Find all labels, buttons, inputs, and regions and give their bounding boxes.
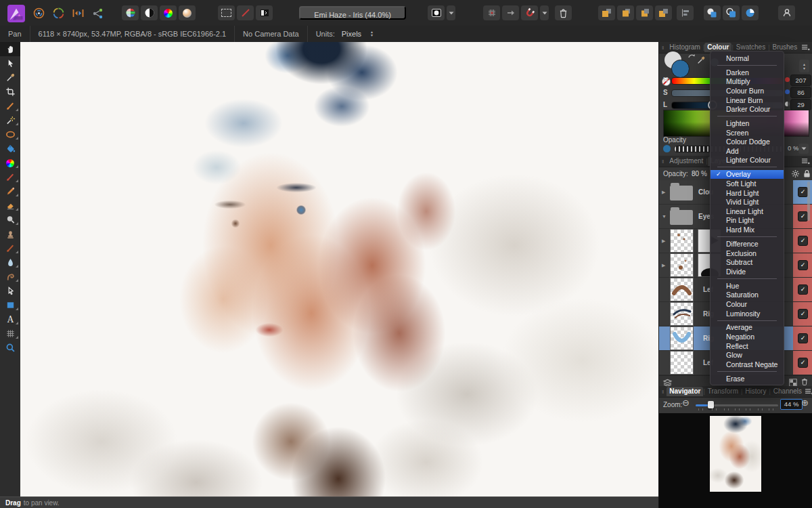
blur-tool[interactable]: [0, 255, 20, 270]
node-tool[interactable]: [0, 284, 20, 298]
move-backward-icon[interactable]: [636, 5, 653, 20]
tab-channels[interactable]: Channels: [771, 387, 805, 396]
flood-fill-tool[interactable]: [0, 142, 20, 156]
burn-brush-tool[interactable]: [0, 241, 20, 255]
tab-adjustment[interactable]: Adjustment: [667, 156, 706, 166]
blend-mode-add[interactable]: Add: [710, 146, 784, 156]
panel-menu-icon[interactable]: [801, 44, 810, 51]
blend-mode-average[interactable]: Average: [710, 323, 784, 333]
layer-visibility-checkbox[interactable]: ✓: [798, 187, 808, 197]
share-icon[interactable]: [89, 5, 106, 22]
canvas[interactable]: [20, 42, 658, 496]
colour-replacement-brush-tool[interactable]: [0, 170, 20, 184]
layer-visibility-checkbox[interactable]: ✓: [798, 333, 808, 343]
affinity-photo-logo[interactable]: [7, 4, 25, 22]
layer-thumbnail[interactable]: [670, 351, 694, 375]
layers-opacity-value[interactable]: 80 %: [692, 170, 707, 177]
colour-picker-icon[interactable]: [696, 56, 706, 68]
blend-mode-exclusion[interactable]: Exclusion: [710, 249, 784, 258]
panel-grip-icon[interactable]: ‖: [662, 45, 664, 51]
gradient-icon[interactable]: [179, 5, 196, 20]
diagonal-line-icon[interactable]: [237, 5, 254, 20]
blend-mode-soft-light[interactable]: Soft Light: [710, 179, 784, 188]
blend-mode-reflect[interactable]: Reflect: [710, 341, 784, 351]
lightness-value[interactable]: 29: [790, 99, 811, 110]
blend-mode-negation[interactable]: Negation: [710, 332, 784, 341]
layer-visibility-checkbox[interactable]: ✓: [798, 309, 808, 319]
layer-visibility-checkbox[interactable]: ✓: [798, 236, 808, 246]
blend-mode-hard-mix[interactable]: Hard Mix: [710, 225, 784, 234]
zoom-tool[interactable]: [0, 341, 20, 355]
document-title[interactable]: Emi Haze - Iris (44.0%): [299, 6, 406, 20]
blend-mode-divide[interactable]: Divide: [710, 267, 784, 276]
panel-grip-icon[interactable]: ‖: [662, 158, 664, 165]
channels-icon[interactable]: [256, 5, 273, 20]
layer-thumbnail[interactable]: [670, 278, 694, 301]
paint-brush-tool[interactable]: [0, 156, 20, 170]
grid-icon[interactable]: [483, 5, 500, 20]
view-tool[interactable]: [0, 42, 20, 56]
blend-mode-hue[interactable]: Hue: [710, 281, 784, 291]
layer-thumbnail[interactable]: [670, 302, 694, 326]
blend-mode-saturation[interactable]: Saturation: [710, 291, 784, 300]
colour-opacity-value[interactable]: 0 %: [788, 144, 798, 152]
blend-mode-luminosity[interactable]: Luminosity: [710, 309, 784, 318]
units-value[interactable]: Pixels: [342, 30, 361, 38]
colour-wheel-icon[interactable]: [160, 5, 177, 20]
blend-mode-lighten[interactable]: Lighten: [710, 119, 784, 128]
blend-mode-colour[interactable]: Colour: [710, 299, 784, 309]
layer-thumbnail[interactable]: [670, 253, 694, 277]
eraser-tool[interactable]: [0, 198, 20, 213]
layers-scrollbar[interactable]: [807, 182, 810, 221]
boolean-intersect-icon[interactable]: [742, 5, 759, 20]
move-right-icon[interactable]: [502, 5, 519, 20]
layer-visibility-checkbox[interactable]: ✓: [798, 284, 808, 295]
tab-navigator[interactable]: Navigator: [667, 387, 703, 396]
layer-thumbnail[interactable]: [670, 326, 694, 350]
hue-value[interactable]: 207: [790, 75, 811, 86]
zoom-out-icon[interactable]: ⊖: [682, 398, 690, 408]
liquify-persona-icon[interactable]: [50, 5, 67, 22]
blend-mode-linear-light[interactable]: Linear Light: [710, 207, 784, 216]
smudge-tool[interactable]: [0, 270, 20, 284]
tab-histogram[interactable]: Histogram: [667, 43, 703, 52]
blend-mode-erase[interactable]: Erase: [710, 374, 784, 383]
layer-visibility-checkbox[interactable]: ✓: [798, 211, 808, 221]
vignette-icon[interactable]: [428, 5, 445, 20]
move-to-front-icon[interactable]: [598, 5, 615, 20]
blend-mode-colour-burn[interactable]: Colour Burn: [710, 86, 784, 96]
panel-menu-icon[interactable]: [801, 158, 810, 165]
gear-icon[interactable]: [791, 169, 800, 181]
disclosure-collapsed-icon[interactable]: ▶: [662, 238, 665, 244]
panel-grip-icon[interactable]: ‖: [662, 389, 664, 395]
swap-colours-icon[interactable]: [687, 50, 696, 62]
healing-brush-tool[interactable]: [0, 99, 20, 113]
chevron-down-icon[interactable]: [540, 5, 549, 20]
colour-model-stepper[interactable]: ▴▾: [799, 60, 809, 72]
blend-mode-lighter-colour[interactable]: Lighter Colour: [710, 156, 784, 165]
disclosure-expanded-icon[interactable]: ▼: [662, 214, 667, 219]
tab-transform[interactable]: Transform: [705, 387, 741, 396]
trash-icon[interactable]: [555, 5, 572, 20]
levels-icon[interactable]: [141, 5, 158, 20]
move-tool[interactable]: [0, 56, 20, 70]
clone-stamp-tool[interactable]: [0, 227, 20, 241]
blend-mode-linear-burn[interactable]: Linear Burn: [710, 96, 784, 105]
blend-mode-glow[interactable]: Glow: [710, 350, 784, 360]
zoom-slider-thumb[interactable]: [708, 401, 714, 408]
hsl-icon[interactable]: [122, 5, 139, 20]
dodge-brush-tool[interactable]: [0, 213, 20, 227]
pixel-tool[interactable]: [0, 184, 20, 198]
lock-icon[interactable]: [803, 169, 811, 181]
rectangle-tool[interactable]: [0, 298, 20, 312]
alignment-icon[interactable]: [677, 5, 694, 20]
boolean-subtract-icon[interactable]: [723, 5, 740, 20]
crop-tool[interactable]: [0, 85, 20, 99]
navigator-thumbnail[interactable]: [710, 416, 761, 492]
colour-opacity-dropdown[interactable]: [798, 144, 809, 154]
blend-mode-hard-light[interactable]: Hard Light: [710, 188, 784, 198]
blend-mode-screen[interactable]: Screen: [710, 128, 784, 137]
colour-picker-tool[interactable]: [0, 70, 20, 85]
marquee-tool[interactable]: [0, 127, 20, 142]
blend-mode-overlay[interactable]: ✓Overlay: [710, 170, 784, 179]
